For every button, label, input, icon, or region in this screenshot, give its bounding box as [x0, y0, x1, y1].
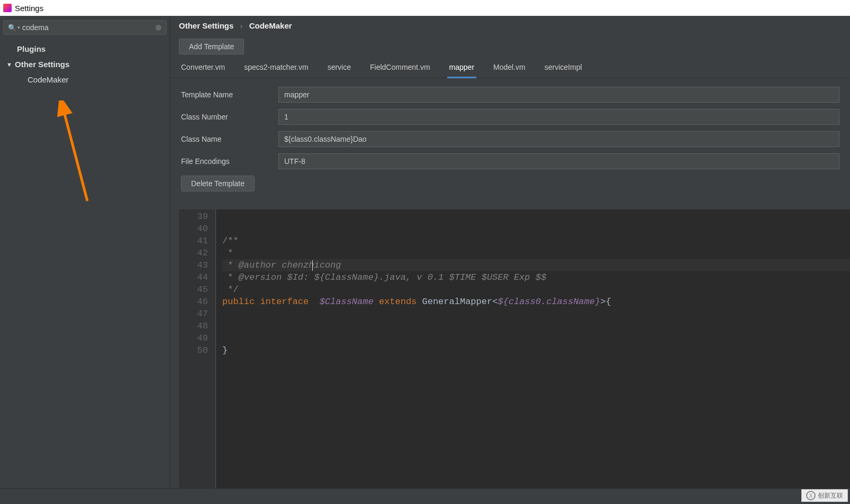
tab-specs2-matcher-vm[interactable]: specs2-matcher.vm	[242, 63, 310, 78]
watermark-text: 创新互联	[818, 491, 843, 500]
breadcrumb: Other Settings › CodeMaker	[170, 16, 850, 35]
svg-line-0	[64, 110, 87, 201]
watermark-icon: X	[806, 491, 816, 500]
class-name-input[interactable]	[278, 131, 839, 147]
tab-serviceimpl[interactable]: serviceImpl	[542, 63, 584, 78]
tab-mapper[interactable]: mapper	[447, 63, 476, 78]
content-panel: Other Settings › CodeMaker Add Template …	[170, 16, 850, 488]
search-icon: 🔍	[8, 24, 16, 32]
sidebar: 🔍 ▾ ⊗ Plugins ▼ Other Settings CodeMaker	[0, 16, 170, 488]
breadcrumb-sep: ›	[240, 21, 243, 30]
expand-icon: ▼	[6, 61, 13, 68]
breadcrumb-leaf: CodeMaker	[249, 21, 292, 30]
template-name-input[interactable]	[278, 87, 839, 103]
annotation-arrow	[37, 100, 101, 206]
template-tabs: Converter.vmspecs2-matcher.vmserviceFiel…	[170, 58, 850, 78]
template-name-label: Template Name	[181, 90, 278, 99]
app-icon	[3, 4, 12, 12]
bottom-bar	[0, 488, 850, 504]
class-number-input[interactable]	[278, 109, 839, 125]
file-encodings-input[interactable]	[278, 153, 839, 169]
class-number-label: Class Number	[181, 113, 278, 121]
tab-converter-vm[interactable]: Converter.vm	[179, 63, 227, 78]
titlebar: Settings	[0, 0, 850, 16]
sidebar-item-plugins[interactable]: Plugins	[0, 41, 170, 57]
search-box[interactable]: 🔍 ▾ ⊗	[3, 20, 167, 35]
file-encodings-label: File Encodings	[181, 157, 278, 166]
editor-gutter: 394041424344454647484950	[179, 209, 216, 488]
code-editor[interactable]: 394041424344454647484950 /** * * @author…	[179, 209, 850, 488]
tab-service[interactable]: service	[325, 63, 353, 78]
sidebar-item-codemaker[interactable]: CodeMaker	[0, 72, 170, 87]
sidebar-item-other-settings[interactable]: ▼ Other Settings	[0, 57, 170, 72]
breadcrumb-root[interactable]: Other Settings	[179, 21, 233, 30]
delete-template-button[interactable]: Delete Template	[181, 176, 255, 191]
search-input[interactable]	[22, 23, 155, 32]
editor-code[interactable]: /** * * @author chenzhicong * @version $…	[216, 209, 850, 488]
class-name-label: Class Name	[181, 135, 278, 143]
main-area: 🔍 ▾ ⊗ Plugins ▼ Other Settings CodeMaker	[0, 16, 850, 488]
tab-model-vm[interactable]: Model.vm	[491, 63, 528, 78]
chevron-down-icon[interactable]: ▾	[17, 25, 20, 30]
clear-icon[interactable]: ⊗	[155, 23, 162, 32]
add-template-button[interactable]: Add Template	[179, 39, 244, 54]
settings-tree: Plugins ▼ Other Settings CodeMaker	[0, 39, 170, 89]
window-title: Settings	[15, 4, 43, 13]
template-form: Template Name Class Number Class Name Fi…	[170, 78, 850, 200]
watermark: X 创新互联	[801, 489, 848, 502]
other-settings-label: Other Settings	[15, 60, 69, 69]
tab-fieldcomment-vm[interactable]: FieldComment.vm	[368, 63, 432, 78]
